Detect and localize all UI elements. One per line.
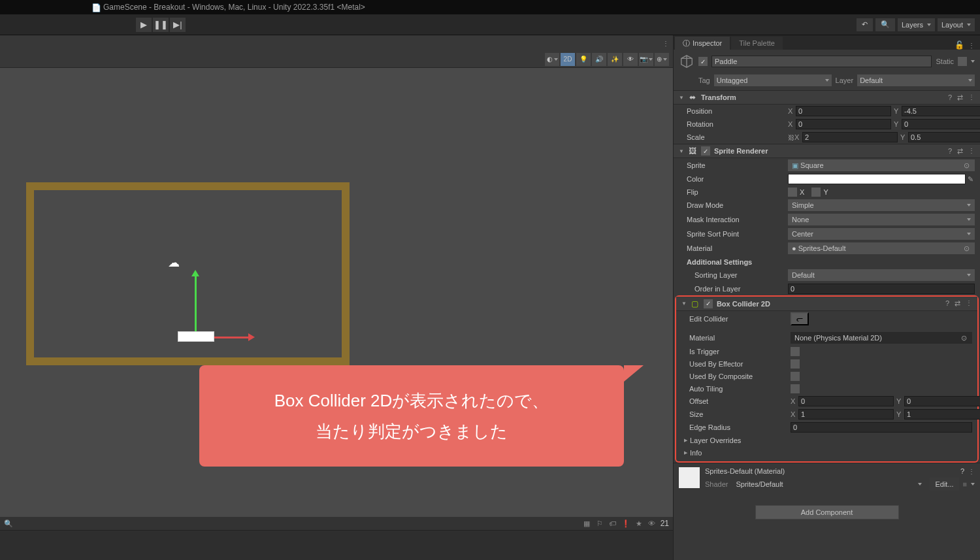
help-icon[interactable]: ? — [948, 93, 952, 102]
list-icon[interactable]: ≡ — [963, 480, 967, 488]
visibility-icon[interactable]: 👁 — [647, 519, 657, 528]
audio-toggle[interactable]: 🔊 — [592, 53, 606, 66]
layout-dropdown[interactable]: Layout — [938, 18, 975, 31]
sr-material-field[interactable]: ● Sprites-Default⊙ — [788, 242, 975, 254]
footer-icon-3[interactable]: 🏷 — [608, 519, 617, 528]
footer-icon-4[interactable]: ❗ — [621, 519, 630, 528]
add-component-button[interactable]: Add Component — [755, 505, 899, 519]
is-trigger-checkbox[interactable]: ✓ — [791, 347, 800, 356]
lighting-toggle[interactable]: 💡 — [576, 53, 591, 66]
play-button[interactable]: ▶ — [136, 18, 152, 32]
context-menu-icon[interactable]: ⋮ — [966, 299, 972, 308]
sorting-layer-label: Sorting Layer — [694, 271, 788, 279]
object-picker-icon[interactable]: ⊙ — [962, 244, 971, 253]
offset-x-input[interactable] — [798, 396, 894, 406]
sorting-layer-dropdown[interactable]: Default — [788, 269, 975, 281]
zoom-icon[interactable]: 🔍 — [4, 519, 13, 528]
undo-history-button[interactable]: ↶ — [857, 18, 873, 31]
edit-collider-button[interactable]: ᓕ — [791, 312, 809, 325]
paddle-object[interactable] — [178, 331, 214, 342]
object-picker-icon[interactable]: ⊙ — [962, 161, 971, 170]
flip-y-checkbox[interactable]: ✓ — [811, 188, 821, 197]
mask-interaction-dropdown[interactable]: None — [788, 214, 975, 225]
preset-icon[interactable]: ⇄ — [957, 93, 963, 102]
effects-toggle[interactable]: ✨ — [608, 53, 622, 66]
shader-dropdown[interactable]: Sprites/Default — [732, 478, 926, 490]
callout-line2: 当たり判定がつきました — [316, 416, 508, 447]
tab-tile-palette[interactable]: Tile Palette — [731, 37, 783, 50]
context-menu-icon[interactable]: ⋮ — [968, 468, 975, 475]
bc-material-field[interactable]: None (Physics Material 2D)⊙ — [791, 332, 972, 344]
gameobject-icon[interactable] — [679, 54, 694, 69]
sprite-renderer-header[interactable]: ▼ 🖼 ✓ Sprite Renderer ?⇄⋮ — [674, 144, 980, 158]
camera-button[interactable]: 📷 — [639, 53, 653, 66]
2d-mode-button[interactable]: 2D — [561, 53, 575, 66]
shading-mode-button[interactable]: ◐ — [545, 53, 559, 66]
transform-header[interactable]: ▼ ⬌ Transform ?⇄⋮ — [674, 90, 980, 105]
scale-y-input[interactable] — [908, 132, 980, 142]
scale-x-input[interactable] — [802, 132, 898, 142]
rotation-x-input[interactable] — [796, 119, 891, 129]
position-y-input[interactable] — [902, 106, 980, 116]
sprite-sort-point-dropdown[interactable]: Center — [788, 228, 975, 240]
tag-dropdown[interactable]: Untagged — [714, 74, 832, 86]
scale-link-icon[interactable]: ⛓ — [788, 134, 794, 141]
box-collider-enabled-checkbox[interactable]: ✓ — [704, 299, 713, 308]
layer-dropdown[interactable]: Default — [857, 74, 975, 86]
object-name-input[interactable] — [711, 56, 932, 67]
gizmos-button[interactable]: ⊕ — [655, 53, 669, 66]
color-field[interactable] — [788, 174, 966, 184]
preset-icon[interactable]: ⇄ — [957, 147, 963, 156]
hidden-objects-toggle[interactable]: 👁 — [623, 53, 638, 66]
help-icon[interactable]: ? — [945, 299, 949, 308]
play-controls: ▶ ❚❚ ▶| — [136, 18, 186, 32]
footer-icon-1[interactable]: ▦ — [582, 519, 591, 528]
panel-menu-icon[interactable]: ⋮ — [662, 40, 669, 47]
object-picker-icon[interactable]: ⊙ — [959, 333, 968, 342]
box-collider-header[interactable]: ▼ ▢ ✓ Box Collider 2D ?⇄⋮ — [676, 297, 977, 311]
sprite-field[interactable]: ▣ Square⊙ — [788, 159, 975, 171]
edge-radius-input[interactable] — [791, 422, 972, 433]
gizmo-y-axis[interactable] — [195, 275, 197, 331]
material-preview[interactable] — [679, 467, 700, 488]
auto-tiling-label: Auto Tiling — [689, 385, 791, 393]
static-checkbox[interactable]: ✓ — [958, 57, 967, 66]
tab-menu-icon[interactable]: ⋮ — [968, 42, 975, 49]
draw-mode-dropdown[interactable]: Simple — [788, 199, 975, 211]
console-strip — [0, 545, 673, 560]
search-button[interactable]: 🔍 — [875, 18, 895, 31]
help-icon[interactable]: ? — [948, 147, 952, 156]
auto-tiling-checkbox[interactable]: ✓ — [791, 384, 800, 393]
size-y-input[interactable] — [904, 409, 980, 420]
help-icon[interactable]: ? — [960, 467, 964, 475]
edit-button[interactable]: Edit... — [930, 478, 958, 491]
static-dropdown-icon[interactable] — [971, 60, 975, 63]
tab-inspector[interactable]: ⓘInspector — [675, 37, 730, 50]
footer-icon-5[interactable]: ★ — [634, 519, 644, 528]
rotation-y-input[interactable] — [902, 119, 980, 129]
position-x-input[interactable] — [796, 106, 891, 116]
info-label[interactable]: Info — [690, 449, 702, 457]
order-in-layer-input[interactable] — [788, 284, 975, 294]
pause-button[interactable]: ❚❚ — [153, 18, 169, 32]
offset-y-input[interactable] — [904, 396, 980, 406]
scene-view[interactable]: ☁ Box Collider 2Dが表示されたので、 当たり判定がつきました — [0, 68, 673, 517]
context-menu-icon[interactable]: ⋮ — [968, 93, 975, 102]
used-by-effector-checkbox[interactable]: ✓ — [791, 359, 800, 369]
layers-dropdown[interactable]: Layers — [898, 18, 935, 31]
annotation-callout: Box Collider 2Dが表示されたので、 当たり判定がつきました — [199, 365, 624, 467]
footer-icon-2[interactable]: ⚐ — [595, 519, 604, 528]
used-by-composite-checkbox[interactable]: ✓ — [791, 372, 800, 381]
lock-icon[interactable]: 🔓 — [955, 41, 964, 50]
preset-icon[interactable]: ⇄ — [955, 299, 960, 308]
layer-label: Layer — [836, 76, 854, 84]
context-menu-icon[interactable]: ⋮ — [968, 147, 975, 156]
position-label: Position — [687, 107, 788, 115]
size-x-input[interactable] — [798, 409, 894, 420]
step-button[interactable]: ▶| — [170, 18, 186, 32]
flip-x-checkbox[interactable]: ✓ — [788, 188, 797, 197]
eyedropper-icon[interactable]: ✎ — [966, 174, 975, 184]
layer-overrides-label[interactable]: Layer Overrides — [690, 436, 741, 444]
active-checkbox[interactable]: ✓ — [698, 57, 708, 66]
sprite-renderer-enabled-checkbox[interactable]: ✓ — [701, 146, 710, 156]
